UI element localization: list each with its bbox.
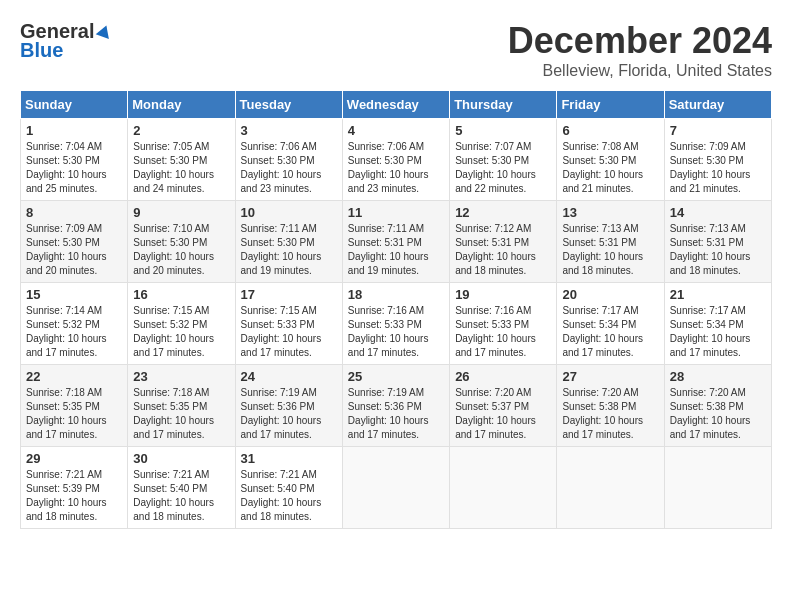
- day-number: 3: [241, 123, 337, 138]
- logo-triangle-icon: [95, 23, 113, 41]
- calendar-cell: 13Sunrise: 7:13 AMSunset: 5:31 PMDayligh…: [557, 201, 664, 283]
- day-number: 19: [455, 287, 551, 302]
- cell-data: Sunrise: 7:14 AMSunset: 5:32 PMDaylight:…: [26, 304, 122, 360]
- cell-data: Sunrise: 7:16 AMSunset: 5:33 PMDaylight:…: [348, 304, 444, 360]
- calendar-cell: 15Sunrise: 7:14 AMSunset: 5:32 PMDayligh…: [21, 283, 128, 365]
- calendar-week-row: 8Sunrise: 7:09 AMSunset: 5:30 PMDaylight…: [21, 201, 772, 283]
- cell-data: Sunrise: 7:16 AMSunset: 5:33 PMDaylight:…: [455, 304, 551, 360]
- logo: General Blue: [20, 20, 114, 62]
- calendar-week-row: 1Sunrise: 7:04 AMSunset: 5:30 PMDaylight…: [21, 119, 772, 201]
- calendar-cell: 20Sunrise: 7:17 AMSunset: 5:34 PMDayligh…: [557, 283, 664, 365]
- calendar-cell: 11Sunrise: 7:11 AMSunset: 5:31 PMDayligh…: [342, 201, 449, 283]
- day-number: 7: [670, 123, 766, 138]
- calendar-cell: 26Sunrise: 7:20 AMSunset: 5:37 PMDayligh…: [450, 365, 557, 447]
- day-number: 15: [26, 287, 122, 302]
- calendar-cell: 27Sunrise: 7:20 AMSunset: 5:38 PMDayligh…: [557, 365, 664, 447]
- day-number: 11: [348, 205, 444, 220]
- day-number: 13: [562, 205, 658, 220]
- cell-data: Sunrise: 7:07 AMSunset: 5:30 PMDaylight:…: [455, 140, 551, 196]
- calendar-cell: 25Sunrise: 7:19 AMSunset: 5:36 PMDayligh…: [342, 365, 449, 447]
- location-subtitle: Belleview, Florida, United States: [508, 62, 772, 80]
- logo-blue: Blue: [20, 39, 63, 62]
- calendar-cell: 23Sunrise: 7:18 AMSunset: 5:35 PMDayligh…: [128, 365, 235, 447]
- calendar-cell: [450, 447, 557, 529]
- calendar-cell: 4Sunrise: 7:06 AMSunset: 5:30 PMDaylight…: [342, 119, 449, 201]
- day-number: 21: [670, 287, 766, 302]
- cell-data: Sunrise: 7:20 AMSunset: 5:37 PMDaylight:…: [455, 386, 551, 442]
- day-number: 28: [670, 369, 766, 384]
- header-friday: Friday: [557, 91, 664, 119]
- cell-data: Sunrise: 7:20 AMSunset: 5:38 PMDaylight:…: [562, 386, 658, 442]
- cell-data: Sunrise: 7:15 AMSunset: 5:32 PMDaylight:…: [133, 304, 229, 360]
- cell-data: Sunrise: 7:17 AMSunset: 5:34 PMDaylight:…: [562, 304, 658, 360]
- cell-data: Sunrise: 7:12 AMSunset: 5:31 PMDaylight:…: [455, 222, 551, 278]
- day-number: 30: [133, 451, 229, 466]
- cell-data: Sunrise: 7:21 AMSunset: 5:40 PMDaylight:…: [133, 468, 229, 524]
- month-title: December 2024: [508, 20, 772, 62]
- day-number: 2: [133, 123, 229, 138]
- day-number: 24: [241, 369, 337, 384]
- header-sunday: Sunday: [21, 91, 128, 119]
- day-number: 6: [562, 123, 658, 138]
- calendar-cell: 28Sunrise: 7:20 AMSunset: 5:38 PMDayligh…: [664, 365, 771, 447]
- svg-marker-0: [96, 23, 113, 39]
- day-number: 31: [241, 451, 337, 466]
- cell-data: Sunrise: 7:04 AMSunset: 5:30 PMDaylight:…: [26, 140, 122, 196]
- header-monday: Monday: [128, 91, 235, 119]
- calendar-cell: 22Sunrise: 7:18 AMSunset: 5:35 PMDayligh…: [21, 365, 128, 447]
- cell-data: Sunrise: 7:15 AMSunset: 5:33 PMDaylight:…: [241, 304, 337, 360]
- day-number: 27: [562, 369, 658, 384]
- cell-data: Sunrise: 7:18 AMSunset: 5:35 PMDaylight:…: [26, 386, 122, 442]
- calendar-cell: 6Sunrise: 7:08 AMSunset: 5:30 PMDaylight…: [557, 119, 664, 201]
- calendar-cell: 8Sunrise: 7:09 AMSunset: 5:30 PMDaylight…: [21, 201, 128, 283]
- calendar-cell: [557, 447, 664, 529]
- day-number: 9: [133, 205, 229, 220]
- calendar-cell: 1Sunrise: 7:04 AMSunset: 5:30 PMDaylight…: [21, 119, 128, 201]
- cell-data: Sunrise: 7:06 AMSunset: 5:30 PMDaylight:…: [241, 140, 337, 196]
- cell-data: Sunrise: 7:09 AMSunset: 5:30 PMDaylight:…: [670, 140, 766, 196]
- cell-data: Sunrise: 7:11 AMSunset: 5:30 PMDaylight:…: [241, 222, 337, 278]
- day-number: 12: [455, 205, 551, 220]
- day-number: 1: [26, 123, 122, 138]
- cell-data: Sunrise: 7:17 AMSunset: 5:34 PMDaylight:…: [670, 304, 766, 360]
- calendar-cell: 3Sunrise: 7:06 AMSunset: 5:30 PMDaylight…: [235, 119, 342, 201]
- header-wednesday: Wednesday: [342, 91, 449, 119]
- cell-data: Sunrise: 7:21 AMSunset: 5:39 PMDaylight:…: [26, 468, 122, 524]
- day-number: 22: [26, 369, 122, 384]
- cell-data: Sunrise: 7:19 AMSunset: 5:36 PMDaylight:…: [348, 386, 444, 442]
- calendar-cell: 14Sunrise: 7:13 AMSunset: 5:31 PMDayligh…: [664, 201, 771, 283]
- cell-data: Sunrise: 7:08 AMSunset: 5:30 PMDaylight:…: [562, 140, 658, 196]
- cell-data: Sunrise: 7:06 AMSunset: 5:30 PMDaylight:…: [348, 140, 444, 196]
- calendar-cell: 24Sunrise: 7:19 AMSunset: 5:36 PMDayligh…: [235, 365, 342, 447]
- day-number: 4: [348, 123, 444, 138]
- calendar-cell: 9Sunrise: 7:10 AMSunset: 5:30 PMDaylight…: [128, 201, 235, 283]
- cell-data: Sunrise: 7:20 AMSunset: 5:38 PMDaylight:…: [670, 386, 766, 442]
- calendar-cell: 2Sunrise: 7:05 AMSunset: 5:30 PMDaylight…: [128, 119, 235, 201]
- cell-data: Sunrise: 7:11 AMSunset: 5:31 PMDaylight:…: [348, 222, 444, 278]
- header-tuesday: Tuesday: [235, 91, 342, 119]
- day-number: 20: [562, 287, 658, 302]
- cell-data: Sunrise: 7:18 AMSunset: 5:35 PMDaylight:…: [133, 386, 229, 442]
- cell-data: Sunrise: 7:13 AMSunset: 5:31 PMDaylight:…: [562, 222, 658, 278]
- day-number: 10: [241, 205, 337, 220]
- day-number: 26: [455, 369, 551, 384]
- calendar-cell: 18Sunrise: 7:16 AMSunset: 5:33 PMDayligh…: [342, 283, 449, 365]
- day-number: 17: [241, 287, 337, 302]
- calendar-table: SundayMondayTuesdayWednesdayThursdayFrid…: [20, 90, 772, 529]
- calendar-cell: 29Sunrise: 7:21 AMSunset: 5:39 PMDayligh…: [21, 447, 128, 529]
- cell-data: Sunrise: 7:09 AMSunset: 5:30 PMDaylight:…: [26, 222, 122, 278]
- calendar-cell: 5Sunrise: 7:07 AMSunset: 5:30 PMDaylight…: [450, 119, 557, 201]
- day-number: 14: [670, 205, 766, 220]
- calendar-cell: 21Sunrise: 7:17 AMSunset: 5:34 PMDayligh…: [664, 283, 771, 365]
- title-area: December 2024 Belleview, Florida, United…: [508, 20, 772, 80]
- day-number: 18: [348, 287, 444, 302]
- day-number: 5: [455, 123, 551, 138]
- cell-data: Sunrise: 7:19 AMSunset: 5:36 PMDaylight:…: [241, 386, 337, 442]
- calendar-cell: 10Sunrise: 7:11 AMSunset: 5:30 PMDayligh…: [235, 201, 342, 283]
- calendar-cell: 12Sunrise: 7:12 AMSunset: 5:31 PMDayligh…: [450, 201, 557, 283]
- page-header: General Blue December 2024 Belleview, Fl…: [20, 20, 772, 80]
- calendar-cell: [664, 447, 771, 529]
- day-number: 16: [133, 287, 229, 302]
- cell-data: Sunrise: 7:10 AMSunset: 5:30 PMDaylight:…: [133, 222, 229, 278]
- calendar-cell: 30Sunrise: 7:21 AMSunset: 5:40 PMDayligh…: [128, 447, 235, 529]
